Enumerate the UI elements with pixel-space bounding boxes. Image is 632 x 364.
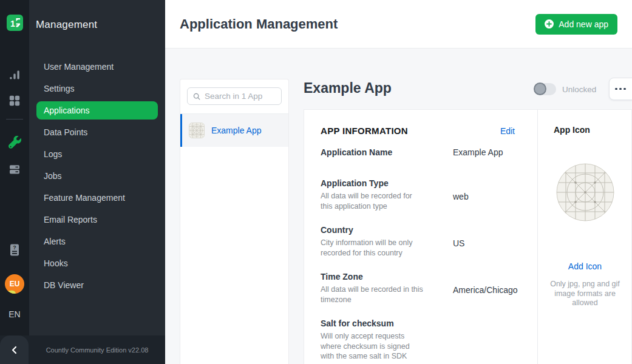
app-search-wrap [180,79,288,113]
version-caption: Countly Community Edition v22.08 [29,346,165,354]
sidebar-item-user-management[interactable]: User Management [29,56,165,78]
ellipsis-icon [615,88,617,90]
countly-logo-icon[interactable]: 1 [0,15,29,31]
app-information-title: APP INFORMATION [321,126,408,136]
sidebar-title: Management [36,19,97,31]
field-value: America/Chicago [453,285,518,305]
language-selector[interactable]: EN [8,309,20,319]
svg-text:?: ? [13,244,16,251]
app-icon-title: App Icon [538,124,632,136]
field-desc: All data will be recorded in this timezo… [321,285,425,305]
sidebar-item-email-reports[interactable]: Email Reports [29,209,165,231]
lock-toggle[interactable] [534,83,556,95]
field-desc: All data will be recorded for this appli… [321,191,425,211]
sidebar-item-applications[interactable]: Applications [36,101,158,120]
app-item-name: Example App [211,126,262,135]
info-row-application-name: Application Name Example App [321,147,537,158]
app-icon-section: App Icon [537,110,632,364]
application-management-page: 1 [0,0,632,364]
add-new-app-button[interactable]: Add new app [535,14,617,35]
field-label: Application Name [321,147,453,158]
sidebar-footer: Countly Community Edition v22.08 [0,335,165,364]
app-list-item-example-app[interactable]: Example App [180,114,288,147]
icon-format-note: Only jpg, png and gif image formats are … [548,280,622,308]
add-new-app-label: Add new app [559,19,608,29]
svg-text:1: 1 [10,19,15,29]
avatar-accent [5,289,16,294]
avatar-initials: EU [10,280,20,288]
field-value: US [453,238,464,258]
rail-divider [6,119,23,120]
app-search-box[interactable] [187,87,282,105]
sidebar-nav: User Management Settings Applications Da… [29,56,165,296]
plugins-grid-icon[interactable] [0,94,29,107]
app-information-section: APP INFORMATION Edit Application Name Ex… [304,110,537,364]
search-icon [193,92,200,101]
edit-link[interactable]: Edit [500,126,515,136]
analytics-bars-icon[interactable] [0,68,29,81]
sidebar-collapse-button[interactable] [0,335,29,364]
field-label: Time Zone [321,271,453,283]
info-row-application-type: Application Type All data will be record… [321,178,537,211]
icon-rail: 1 [0,0,29,364]
app-icon-placeholder-image [556,163,614,221]
data-manager-server-icon[interactable] [0,163,29,176]
sidebar-item-settings[interactable]: Settings [29,78,165,99]
lock-state-label: Unlocked [562,85,596,94]
field-desc: Will only accept requests where checksum… [321,331,425,362]
management-sidebar: Management User Management Settings Appl… [29,0,165,364]
add-icon-link[interactable]: Add Icon [538,261,632,271]
sidebar-item-feature-management[interactable]: Feature Management [29,187,165,209]
app-icon-placeholder [538,163,632,224]
field-value: Example App [453,147,503,158]
selected-app-title: Example App [304,80,392,96]
info-row-salt-for-checksum: Salt for checksum Will only accept reque… [321,318,537,362]
field-label: Application Type [321,178,453,189]
chevron-left-icon [10,346,19,354]
info-row-country: Country City information will be only re… [321,224,537,258]
page-header: Application Management Add new app [165,0,632,49]
app-search-input[interactable] [205,92,276,101]
sidebar-item-alerts[interactable]: Alerts [29,231,165,252]
management-wrench-icon[interactable] [0,135,29,149]
sidebar-item-data-points[interactable]: Data Points [29,121,165,143]
sidebar-item-logs[interactable]: Logs [29,143,165,165]
user-avatar[interactable]: EU [5,274,24,294]
app-list-panel: Example App [180,79,289,364]
plus-circle-icon [545,19,554,29]
field-value: web [453,191,469,211]
more-options-button[interactable] [609,78,632,100]
lock-toggle-knob [534,83,546,95]
field-desc: City information will be only recorded f… [321,238,425,258]
page-title: Application Management [180,16,338,32]
info-row-time-zone: Time Zone All data will be recorded in t… [321,271,537,305]
sidebar-item-db-viewer[interactable]: DB Viewer [29,274,165,296]
app-detail-card: APP INFORMATION Edit Application Name Ex… [304,109,632,364]
app-thumbnail-placeholder-icon [189,123,205,138]
sidebar-item-hooks[interactable]: Hooks [29,252,165,274]
field-label: Country [321,224,453,236]
sidebar-item-jobs[interactable]: Jobs [29,165,165,187]
field-label: Salt for checksum [321,318,453,329]
report-manager-icon[interactable]: ? [0,243,29,257]
